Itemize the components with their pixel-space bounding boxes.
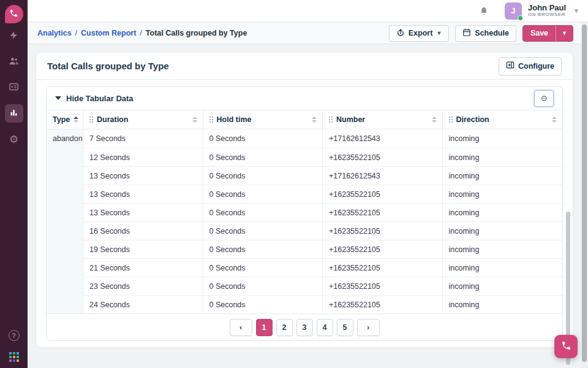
sidebar-item-contacts[interactable]: [0, 49, 28, 75]
column-header-type[interactable]: Type: [47, 110, 83, 129]
sidebar-item-analytics[interactable]: [0, 101, 28, 126]
pagination-page-button[interactable]: 5: [337, 319, 353, 336]
column-header-hold-time[interactable]: Hold time: [203, 110, 323, 129]
page-scrollbar-track: [581, 23, 588, 368]
user-avatar[interactable]: J: [505, 2, 522, 20]
schedule-button[interactable]: Schedule: [455, 25, 516, 42]
breadcrumb-separator: /: [75, 29, 77, 37]
sidebar-item-settings[interactable]: ⚙: [0, 126, 28, 152]
cell-number: +16235522105: [323, 148, 443, 166]
drag-handle-icon[interactable]: [209, 117, 213, 123]
sidebar-item-contact-card[interactable]: [0, 75, 28, 101]
table-body: abandon... 7 Seconds 0 Seconds +17162612…: [47, 129, 562, 313]
column-header-number[interactable]: Number: [323, 110, 443, 129]
table-row[interactable]: 7 Seconds 0 Seconds +17162612543 incomin…: [83, 129, 562, 148]
column-header-direction[interactable]: Direction: [443, 110, 563, 129]
cell-hold-time: 0 Seconds: [203, 222, 323, 240]
table-row[interactable]: 23 Seconds 0 Seconds +16235522105 incomi…: [83, 277, 562, 295]
cell-hold-time: 0 Seconds: [203, 129, 323, 148]
table-row[interactable]: 13 Seconds 0 Seconds +16235522105 incomi…: [83, 203, 562, 221]
gear-icon: ⚙: [9, 133, 18, 146]
export-label: Export: [409, 29, 433, 37]
save-button[interactable]: Save ▼: [522, 25, 573, 42]
configure-label: Configure: [518, 62, 554, 71]
chevron-down-icon[interactable]: ▼: [573, 7, 579, 14]
pagination-prev-button[interactable]: ‹: [230, 319, 252, 336]
table-row[interactable]: 12 Seconds 0 Seconds +16235522105 incomi…: [83, 148, 562, 166]
breadcrumb-analytics[interactable]: Analytics: [37, 29, 72, 37]
notifications-bell-icon[interactable]: [479, 6, 489, 16]
breadcrumb-current: Total Calls grouped by Type: [146, 29, 247, 37]
save-dropdown-caret-icon[interactable]: ▼: [556, 26, 573, 41]
table-row[interactable]: 19 Seconds 0 Seconds +16235522105 incomi…: [83, 240, 562, 258]
cell-hold-time: 0 Seconds: [203, 167, 323, 185]
dialer-fab-button[interactable]: [554, 335, 578, 358]
drag-handle-icon[interactable]: [329, 117, 333, 123]
breadcrumb: Analytics / Custom Report / Total Calls …: [37, 29, 247, 37]
drag-handle-icon[interactable]: [449, 117, 453, 123]
tabular-toggle[interactable]: Hide Tabular Data: [66, 94, 134, 103]
table-row[interactable]: 13 Seconds 0 Seconds +17162612543 incomi…: [83, 166, 562, 185]
cell-direction: incoming: [443, 259, 563, 277]
table-row[interactable]: 16 Seconds 0 Seconds +16235522105 incomi…: [83, 221, 562, 240]
pagination: ‹ 12345 ›: [47, 313, 562, 341]
gear-icon: ⚙: [540, 94, 548, 103]
pagination-page-button[interactable]: 2: [276, 319, 293, 336]
export-icon: [396, 28, 405, 39]
table-row[interactable]: 21 Seconds 0 Seconds +16235522105 incomi…: [83, 258, 562, 277]
calendar-icon: [462, 28, 471, 39]
app-sidebar: ⚙ ?: [0, 0, 28, 368]
report-card: Total Calls grouped by Type Configure Hi…: [36, 52, 573, 348]
sort-icon[interactable]: [312, 117, 317, 123]
cell-number: +16235522105: [323, 185, 443, 203]
configure-button[interactable]: Configure: [499, 57, 562, 75]
column-label: Hold time: [217, 115, 252, 124]
cell-duration: 19 Seconds: [83, 240, 203, 258]
cell-number: +17162612543: [323, 167, 443, 185]
pagination-page-button[interactable]: 3: [296, 319, 313, 336]
cell-direction: incoming: [443, 204, 563, 221]
presence-indicator: [518, 15, 523, 21]
cell-direction: incoming: [443, 167, 563, 185]
page-scrollbar-thumb[interactable]: [582, 25, 587, 362]
topbar: J John Paul ON BROWSER ▼: [28, 0, 588, 22]
apps-grid-icon[interactable]: [9, 352, 19, 362]
cell-duration: 13 Seconds: [83, 204, 203, 221]
breadcrumb-custom-report[interactable]: Custom Report: [81, 29, 136, 37]
cell-direction: incoming: [443, 240, 563, 258]
sidebar-item-automations[interactable]: [0, 23, 28, 49]
breadcrumb-separator: /: [140, 29, 141, 37]
sort-icon[interactable]: [192, 117, 197, 123]
cell-number: +16235522105: [323, 204, 443, 221]
column-header-duration[interactable]: Duration: [83, 110, 203, 129]
freshcaller-logo[interactable]: [5, 5, 23, 23]
help-icon[interactable]: ?: [9, 330, 20, 341]
cell-number: +16235522105: [323, 296, 443, 313]
pagination-page-button[interactable]: 4: [317, 319, 333, 336]
user-name: John Paul: [528, 4, 566, 12]
export-button[interactable]: Export ▼: [389, 25, 450, 42]
sort-icon[interactable]: [432, 117, 437, 123]
users-icon: [9, 56, 19, 69]
pagination-page-button[interactable]: 1: [256, 319, 273, 336]
cell-duration: 13 Seconds: [83, 167, 203, 185]
cell-duration: 16 Seconds: [83, 222, 203, 240]
pagination-next-button[interactable]: ›: [357, 319, 380, 336]
user-status: ON BROWSER: [528, 12, 566, 18]
table-rows: 7 Seconds 0 Seconds +17162612543 incomin…: [83, 129, 562, 313]
sort-icon[interactable]: [74, 117, 78, 123]
panel-configure-icon: [506, 61, 514, 71]
drag-handle-icon[interactable]: [89, 117, 93, 123]
cell-duration: 21 Seconds: [83, 259, 203, 277]
collapse-caret-icon[interactable]: [55, 96, 61, 100]
cell-duration: 7 Seconds: [83, 129, 203, 148]
table-row[interactable]: 13 Seconds 0 Seconds +16235522105 incomi…: [83, 185, 562, 203]
sort-icon[interactable]: [552, 117, 557, 123]
contact-card-icon: [9, 82, 19, 94]
column-label: Type: [53, 115, 70, 124]
user-menu[interactable]: John Paul ON BROWSER: [528, 4, 566, 18]
table-settings-button[interactable]: ⚙: [534, 90, 554, 107]
cell-direction: incoming: [443, 277, 563, 295]
table-row[interactable]: 24 Seconds 0 Seconds +16235522105 incomi…: [83, 295, 562, 313]
column-label: Duration: [97, 115, 128, 124]
